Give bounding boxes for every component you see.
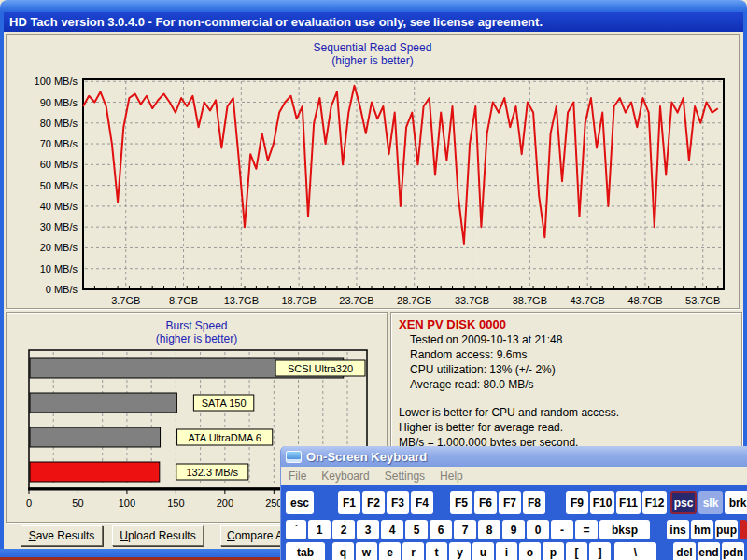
menu-settings[interactable]: Settings (377, 469, 432, 483)
key-y[interactable]: y (449, 542, 471, 560)
chart-title-line2: (higher is better) (7, 332, 387, 345)
x-tick-label: 53.7GB (685, 295, 720, 306)
key-f8[interactable]: F8 (523, 491, 545, 514)
key-o[interactable]: o (519, 542, 541, 560)
info-cpu-utilization: CPU utilization: 13% (+/- 2%) (399, 362, 734, 377)
key-u[interactable]: u (472, 542, 494, 560)
bar-2 (30, 427, 161, 447)
osk-title: On-Screen Keyboard (306, 450, 427, 464)
menu-help[interactable]: Help (432, 469, 471, 483)
key-f10[interactable]: F10 (590, 491, 614, 514)
key-9[interactable]: 9 (502, 520, 525, 539)
osk-titlebar[interactable]: On-Screen Keyboard (281, 446, 747, 467)
bar-label: ATA UltraDMA 6 (188, 432, 261, 443)
key-f6[interactable]: F6 (474, 491, 497, 514)
key-red-sliver[interactable]: \ (614, 542, 656, 560)
key-tab[interactable]: tab (286, 542, 325, 560)
info-tested-on: Tested on 2009-10-13 at 21:48 (399, 332, 734, 347)
window-top-edge (0, 0, 747, 12)
burst-tick-label: 200 (217, 497, 233, 509)
key-2[interactable]: 2 (332, 520, 355, 539)
key-f11[interactable]: F11 (616, 491, 641, 514)
chart-title-line1: Sequential Read Speed (7, 41, 739, 54)
key-f1[interactable]: F1 (338, 491, 360, 514)
key-brk[interactable]: brk (725, 491, 747, 514)
key-f9[interactable]: F9 (566, 491, 588, 514)
key-f7[interactable]: F7 (499, 491, 521, 514)
burst-tick-label: 50 (72, 497, 83, 509)
sequential-read-chart: 0 MB/s10 MB/s20 MB/s30 MB/s40 MB/s50 MB/… (8, 71, 737, 306)
desktop: HD Tach version 3.0.4.0 - For non-commer… (0, 0, 747, 560)
key-f4[interactable]: F4 (411, 491, 433, 514)
key-ins[interactable]: ins (667, 520, 689, 539)
menu-file[interactable]: File (281, 469, 314, 483)
y-tick-label: 100 MB/s (35, 76, 78, 87)
key-5[interactable]: 5 (405, 520, 428, 539)
x-tick-label: 8.7GB (169, 295, 198, 306)
key-del[interactable]: del (673, 542, 696, 560)
key-esc[interactable]: esc (286, 491, 314, 514)
bar-3 (30, 462, 160, 482)
key-7[interactable]: 7 (454, 520, 476, 539)
menu-keyboard[interactable]: Keyboard (314, 469, 376, 483)
key-q[interactable]: q (332, 542, 354, 560)
x-tick-label: 13.7GB (224, 295, 259, 306)
key-t[interactable]: t (426, 542, 447, 560)
bar-1 (30, 393, 176, 413)
upload-results-button[interactable]: Upload Results (112, 525, 204, 546)
key-i[interactable]: i (496, 542, 517, 560)
key-1[interactable]: 1 (308, 520, 331, 539)
key-red-sliver[interactable]: = (575, 520, 598, 539)
key-red-sliver[interactable] (740, 520, 747, 539)
burst-chart-title: Burst Speed (higher is better) (7, 319, 387, 345)
key-0[interactable]: 0 (527, 520, 549, 539)
burst-tick-label: 150 (167, 497, 184, 509)
key-w[interactable]: w (356, 542, 377, 560)
y-tick-label: 60 MB/s (40, 159, 78, 170)
key-red-sliver[interactable]: [ (566, 542, 587, 560)
key-8[interactable]: 8 (478, 520, 500, 539)
x-tick-label: 28.7GB (397, 295, 431, 306)
osk-number-row: `1234567890-=bkspinshmpup (286, 520, 747, 539)
key-p[interactable]: p (543, 542, 564, 560)
key-red-sliver[interactable]: ] (589, 542, 611, 560)
osk-menubar: File Keyboard Settings Help (281, 467, 747, 485)
key-f12[interactable]: F12 (642, 491, 667, 514)
key-f3[interactable]: F3 (387, 491, 409, 514)
key-red-sliver[interactable]: ` (286, 520, 306, 539)
key-f5[interactable]: F5 (450, 491, 472, 514)
save-results-button[interactable]: Save Results (21, 525, 103, 546)
key-psc[interactable]: psc (670, 491, 697, 514)
key-end[interactable]: end (698, 542, 720, 560)
key-6[interactable]: 6 (430, 520, 452, 539)
note-higher-better: Higher is better for average read. (399, 420, 734, 435)
info-random-access: Random access: 9.6ms (399, 347, 734, 362)
key-hm[interactable]: hm (691, 520, 713, 539)
key-3[interactable]: 3 (357, 520, 379, 539)
x-tick-label: 48.7GB (627, 295, 662, 306)
x-tick-label: 18.7GB (281, 295, 316, 306)
key-bksp[interactable]: bksp (599, 520, 650, 539)
key-r[interactable]: r (402, 542, 424, 560)
key-4[interactable]: 4 (381, 520, 403, 539)
y-tick-label: 70 MB/s (40, 138, 78, 149)
bar-label: SATA 150 (202, 398, 247, 409)
chart-title-line1: Burst Speed (7, 319, 387, 332)
key-f2[interactable]: F2 (362, 491, 385, 514)
x-tick-label: 38.7GB (513, 295, 547, 306)
y-tick-label: 50 MB/s (40, 180, 78, 191)
key-pdn[interactable]: pdn (722, 542, 744, 560)
y-tick-label: 20 MB/s (40, 242, 78, 253)
x-tick-label: 33.7GB (455, 295, 489, 306)
window-border-left (0, 12, 4, 549)
key-pup[interactable]: pup (715, 520, 738, 539)
osk-keys-area: escF1F2F3F4F5F6F7F8F9F10F11F12pscslkbrk … (281, 486, 747, 560)
x-tick-label: 23.7GB (339, 295, 374, 306)
info-average-read: Average read: 80.0 MB/s (399, 377, 734, 392)
key-e[interactable]: e (379, 542, 401, 560)
key-slk[interactable]: slk (698, 491, 723, 514)
key-red-sliver[interactable]: - (551, 520, 573, 539)
note-lower-better: Lower is better for CPU and random acces… (399, 405, 734, 420)
sequential-read-panel: Sequential Read Speed (higher is better)… (6, 34, 740, 309)
device-name: XEN PV DISK 0000 (399, 317, 734, 332)
